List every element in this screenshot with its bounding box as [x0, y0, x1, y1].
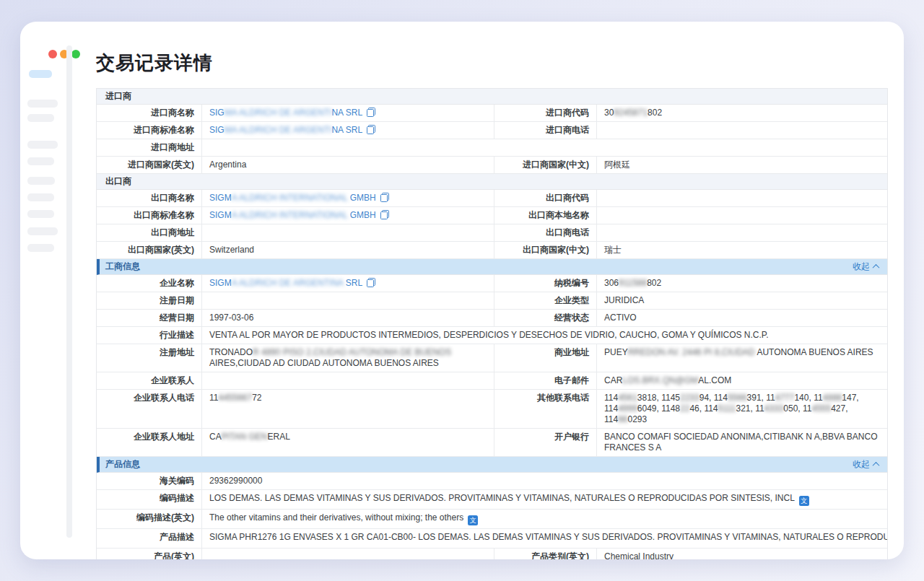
company-link[interactable]: SIGMA ALDRICH DE ARGENTINA SRL: [201, 105, 494, 121]
table-row: 编码描述LOS DEMAS. LAS DEMAS VITAMINAS Y SUS…: [97, 490, 887, 510]
company-link[interactable]: SIGMA ALDRICH INTERNATIONAL GMBH: [201, 207, 494, 224]
field-label: 编码描述: [97, 490, 201, 509]
translate-icon[interactable]: 文: [799, 496, 809, 506]
field-label: 企业联系人电话: [97, 390, 201, 428]
app-window: 交易记录详情 进口商进口商名称SIGMA ALDRICH DE ARGENTIN…: [20, 22, 904, 559]
field-label: 出口商名称: [97, 190, 201, 206]
field-value: ACTIVO: [596, 310, 887, 326]
field-value: 309245871802: [596, 105, 887, 121]
sidebar-active-item[interactable]: [29, 70, 52, 78]
table-row: 行业描述VENTA AL POR MAYOR DE PRODUCTOS INTE…: [97, 327, 887, 344]
field-value: VENTA AL POR MAYOR DE PRODUCTOS INTERMED…: [201, 327, 887, 344]
copy-icon[interactable]: [367, 108, 375, 117]
panel-divider: [66, 45, 72, 538]
field-label: 商业地址: [494, 344, 596, 372]
sidebar-skeleton-bar: [27, 210, 54, 218]
sidebar-skeleton-bar: [27, 114, 54, 122]
field-value: TRONADOR 4890 PISO 2,CIUDAD AUTONOMA DE …: [201, 344, 494, 372]
field-label: 企业名称: [97, 275, 201, 292]
field-label: 产品(英文): [97, 549, 201, 559]
sidebar-skeleton-bar: [27, 141, 58, 149]
field-value: [596, 190, 887, 206]
section-header-business: 工商信息收起: [97, 259, 887, 275]
section-title: 进口商: [105, 91, 131, 102]
field-label: 进口商标准名称: [97, 122, 201, 139]
collapse-toggle[interactable]: 收起: [853, 459, 879, 470]
field-label: 出口商标准名称: [97, 207, 201, 224]
collapse-label: 收起: [853, 459, 870, 470]
table-row: 进口商地址: [97, 139, 887, 157]
copy-icon[interactable]: [367, 278, 375, 287]
field-label: 进口商电话: [494, 122, 596, 139]
section-header-product: 产品信息收起: [97, 457, 887, 473]
field-value: The other vitamins and their derivatives…: [201, 510, 887, 528]
copy-icon[interactable]: [380, 210, 389, 219]
field-label: 其他联系电话: [494, 390, 596, 428]
table-row: 注册日期企业类型JURIDICA: [97, 292, 887, 310]
field-label: 纳税编号: [494, 275, 596, 292]
table-row: 注册地址TRONADOR 4890 PISO 2,CIUDAD AUTONOMA…: [97, 344, 887, 372]
chevron-up-icon: [873, 462, 880, 469]
field-label: 开户银行: [494, 429, 596, 456]
table-row: 企业联系人电子邮件CARLOS.BRX.QN@GMAL.COM: [97, 372, 887, 390]
field-label: 进口商代码: [494, 105, 596, 121]
sidebar-skeleton-bar: [27, 100, 58, 108]
section-header-importer: 进口商: [97, 89, 887, 105]
section-header-exporter: 出口商: [97, 174, 887, 190]
table-row: 出口商标准名称SIGMA ALDRICH INTERNATIONAL GMBH出…: [97, 207, 887, 224]
field-label: 经营日期: [97, 310, 201, 326]
field-value: [596, 122, 887, 139]
table-row: 出口商名称SIGMA ALDRICH INTERNATIONAL GMBH出口商…: [97, 190, 887, 207]
field-label: 出口商国家(中文): [494, 242, 596, 258]
sidebar-skeleton-bar: [27, 227, 58, 235]
table-row: 产品描述SIGMA PHR1276 1G ENVASES X 1 GR CA01…: [97, 529, 887, 549]
translate-icon[interactable]: 文: [468, 515, 478, 525]
field-label: 进口商国家(中文): [494, 157, 596, 173]
field-value: [596, 224, 887, 241]
section-title: 工商信息: [105, 261, 140, 272]
copy-icon[interactable]: [380, 193, 389, 202]
table-row: 企业名称SIGMA ALDRICH DE ARGENTINA SRL纳税编号30…: [97, 275, 887, 292]
field-value: Chemical Industry: [596, 549, 887, 559]
company-link[interactable]: SIGMA ALDRICH DE ARGENTINA SRL: [201, 122, 494, 139]
table-row: 企业联系人电话11445566772其他联系电话11445613818, 114…: [97, 390, 887, 429]
field-label: 出口商国家(英文): [97, 242, 201, 258]
field-value: [596, 207, 887, 224]
field-value: 306911588802: [596, 275, 887, 292]
table-row: 进口商标准名称SIGMA ALDRICH DE ARGENTINA SRL进口商…: [97, 122, 887, 139]
sidebar: [20, 22, 87, 559]
field-label: 出口商地址: [97, 224, 201, 241]
company-link[interactable]: SIGMA ALDRICH INTERNATIONAL GMBH: [201, 190, 494, 206]
field-value: 11445613818, 1145223394, 1145566391, 114…: [596, 390, 887, 428]
field-label: 企业类型: [494, 292, 596, 309]
field-value: 阿根廷: [596, 157, 887, 173]
field-value: [201, 139, 887, 156]
field-value: [201, 549, 494, 559]
field-label: 出口商电话: [494, 224, 596, 241]
chevron-up-icon: [873, 264, 880, 271]
field-value: 11445566772: [201, 390, 494, 428]
field-label: 产品类别(英文): [494, 549, 596, 559]
field-label: 出口商代码: [494, 190, 596, 206]
field-value: SIGMA PHR1276 1G ENVASES X 1 GR CA01-CB0…: [201, 529, 887, 548]
field-value: JURIDICA: [596, 292, 887, 309]
page-title: 交易记录详情: [96, 51, 888, 76]
table-row: 海关编码29362990000: [97, 473, 887, 490]
table-row: 企业联系人地址CAPITAN GENERAL开户银行BANCO COMAFI S…: [97, 429, 887, 457]
field-label: 出口商本地名称: [494, 207, 596, 224]
field-label: 行业描述: [97, 327, 201, 344]
collapse-toggle[interactable]: 收起: [853, 261, 879, 272]
field-value: CAPITAN GENERAL: [201, 429, 494, 456]
field-value: Switzerland: [201, 242, 494, 258]
sidebar-skeleton-bar: [27, 244, 54, 252]
copy-icon[interactable]: [367, 125, 375, 134]
sidebar-skeleton-bar: [27, 177, 55, 185]
table-row: 经营日期1997-03-06经营状态ACTIVO: [97, 310, 887, 327]
field-value: PUEYRREDON AV. 2446 PI 8,CIUDAD AUTONOMA…: [596, 344, 887, 372]
field-value: [201, 372, 494, 389]
field-label: 企业联系人: [97, 372, 201, 389]
company-link[interactable]: SIGMA ALDRICH DE ARGENTINA SRL: [201, 275, 494, 292]
field-label: 电子邮件: [494, 372, 596, 389]
sidebar-skeleton-bar: [27, 193, 54, 201]
field-label: 进口商地址: [97, 139, 201, 156]
